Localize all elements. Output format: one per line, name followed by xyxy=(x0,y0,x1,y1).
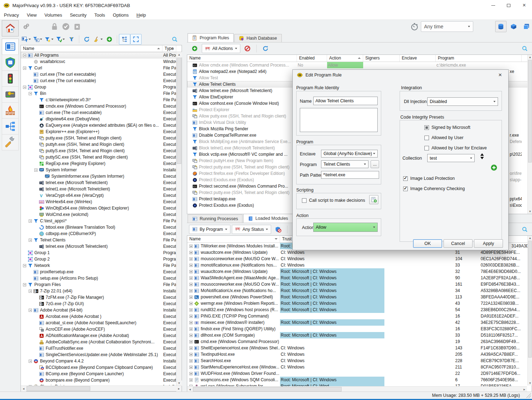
tree-row[interactable]: BComp.exe (Beyond Compare Launcher)Execu… xyxy=(21,371,176,377)
expand-icon[interactable] xyxy=(189,340,193,343)
nav-volumes[interactable] xyxy=(2,86,19,103)
tree-row[interactable]: Beyond Compare 4.4.2Installation xyxy=(21,358,176,364)
protection-filter-button[interactable] xyxy=(273,224,284,235)
nav-firewall[interactable] xyxy=(2,102,19,119)
expand-icon[interactable] xyxy=(189,334,193,337)
tree-row[interactable]: 7z7zFM.exe (7-Zip File Manager)Executabl… xyxy=(21,294,176,301)
view-panels-button[interactable] xyxy=(521,21,532,32)
close-button[interactable]: × xyxy=(516,0,532,11)
tree-row[interactable]: WolCmd.exe (wolcmd)Executable xyxy=(21,211,176,218)
column-header-action[interactable]: Action xyxy=(327,55,363,62)
rules-vertical-scrollbar[interactable]: ▲ ▼ xyxy=(527,55,532,214)
browse-program-button[interactable]: ... xyxy=(371,160,379,168)
menu-help[interactable]: Help xyxy=(133,11,150,20)
add-rule-button[interactable] xyxy=(189,43,200,54)
rule-name-input[interactable] xyxy=(313,97,378,105)
process-row[interactable]: rundll32.exe (Windows host process (R...… xyxy=(187,307,528,313)
process-row[interactable]: WUDFHost.exe (Windows Driver Found...222… xyxy=(187,370,528,377)
tree-row[interactable]: Group 2Program Group xyxy=(21,256,176,262)
refresh-tree-button[interactable] xyxy=(81,34,92,45)
tree-row[interactable]: System InformerInstallation xyxy=(21,167,176,173)
edit-script-button[interactable] xyxy=(369,195,378,204)
tree-row[interactable]: proxifiersetup.exeExecutable xyxy=(21,269,176,275)
rule-row[interactable]: C:\Allow cmdx.exe (Windows Command Proce… xyxy=(187,62,528,68)
scrollbar-thumb[interactable] xyxy=(27,386,90,391)
rules-tab-hash-database[interactable]: Hash Database xyxy=(234,34,281,42)
modules-vertical-scrollbar[interactable]: ▲ ▼ xyxy=(527,236,532,385)
tree-row[interactable]: HEXWinHex64.exe (WinHex)Executable xyxy=(21,199,176,205)
tree-row[interactable]: curl.exe (The curl executable)Executable xyxy=(21,109,176,116)
scroll-right-arrow[interactable]: ► xyxy=(176,386,182,392)
dll-injection-combo[interactable]: Disabled xyxy=(427,97,498,106)
minimize-button[interactable] xyxy=(485,0,501,11)
search-icon[interactable] xyxy=(522,226,528,232)
column-header-type[interactable]: Type xyxy=(162,45,176,52)
checkbox-image-load-protection[interactable]: Image Load Protection xyxy=(403,176,455,181)
expand-icon[interactable] xyxy=(189,353,193,356)
tree-row[interactable]: RegExp.exe (Registry Explorer)Executable xyxy=(21,160,176,167)
modules-horizontal-scrollbar[interactable]: ◄ ► xyxy=(187,386,527,392)
nav-network[interactable] xyxy=(2,118,19,135)
rule-description-input[interactable] xyxy=(300,108,378,132)
process-row[interactable]: msiexec.exe (Windows® installer)Root: Mi… xyxy=(187,319,528,326)
search-icon[interactable] xyxy=(172,36,178,42)
tree-row[interactable]: telnet.exe (Microsoft Telnetclient)Execu… xyxy=(21,243,176,250)
tree-row[interactable]: cdbxpp.exe (CDBurnerXP)Executable xyxy=(21,230,176,237)
process-row[interactable]: mousocoreworker.exe (MoUSO Core W...CI: … xyxy=(187,256,528,262)
tree-row[interactable]: AcroCEF.exe (Adobe AcroCEF)Executable xyxy=(21,326,176,332)
tree-row[interactable]: curl.exe (The curl executable)Executable xyxy=(21,71,176,78)
collection-combo[interactable]: test xyxy=(427,154,475,162)
highlight-filter-button[interactable] xyxy=(43,34,55,45)
tree-row[interactable]: 7z7zG.exe (7-Zip GUI)Executable xyxy=(21,301,176,307)
process-row[interactable]: C:\cmd.exe (Windows Command Processor)19… xyxy=(187,338,528,345)
lock-button[interactable] xyxy=(49,21,60,32)
maximize-button[interactable] xyxy=(501,0,516,11)
tree-row[interactable]: C:\cmdx.exe (Windows Command Processor)E… xyxy=(21,103,176,109)
scrollbar-thumb[interactable] xyxy=(177,58,181,164)
tree-row[interactable]: VVeraCrypt-x64.exe (VeraCrypt)Executable xyxy=(21,192,176,199)
tree-row[interactable]: puttyh.exe (SSH, Telnet and Rlogin clien… xyxy=(21,141,176,148)
column-header-program[interactable]: Program xyxy=(436,55,522,62)
apply-filter-button[interactable] xyxy=(55,34,66,45)
tree-row[interactable]: bcompare.exe (Beyond Compare)Executable xyxy=(21,377,176,383)
tree-row[interactable]: CurlFile Path xyxy=(21,65,176,71)
resize-grip[interactable] xyxy=(526,393,531,398)
scrollbar-thumb[interactable] xyxy=(528,60,532,162)
program-view-button[interactable] xyxy=(21,34,32,45)
expand-icon[interactable] xyxy=(189,321,193,324)
tree-row[interactable]: acrobat_sl.exe (Adobe Acrobat SpeedLaunc… xyxy=(21,320,176,326)
column-header-enclave[interactable]: Enclave xyxy=(400,55,436,62)
tree-row[interactable]: putty.exe (SSH, Telnet and Rlogin client… xyxy=(21,135,176,141)
nav-tweaks[interactable] xyxy=(2,134,19,150)
expand-icon[interactable] xyxy=(189,264,193,267)
process-row[interactable]: wermgr.exe (Windows Problem Reporti...Ro… xyxy=(187,300,528,307)
expand-icon[interactable] xyxy=(189,347,193,350)
collapse-icon[interactable] xyxy=(29,360,32,363)
add-collection-button[interactable] xyxy=(490,164,498,172)
tree-row[interactable]: SingleClientServicesUpdater.exe (Adobe W… xyxy=(21,352,176,358)
menu-volumes[interactable]: Volumes xyxy=(41,11,66,20)
collapse-icon[interactable] xyxy=(29,239,32,242)
tree-view-button[interactable] xyxy=(119,34,130,45)
tree-row[interactable]: EaQuery.exe (Analyze extended attributes… xyxy=(21,122,176,128)
menu-view[interactable]: View xyxy=(23,11,41,20)
ok-button[interactable]: OK xyxy=(413,239,442,248)
cip-checkbox-signed-by-microsoft[interactable]: Signed by Microsoft xyxy=(424,125,470,130)
path-pattern-input[interactable] xyxy=(321,171,379,179)
scroll-up-arrow[interactable]: ▲ xyxy=(528,55,532,59)
rules-tab-program-rules[interactable]: Program Rules xyxy=(188,33,234,42)
tree-row[interactable]: Group 1Program Group xyxy=(21,250,176,256)
action-combo[interactable]: Allow xyxy=(313,223,378,232)
expand-all-button[interactable] xyxy=(130,34,142,45)
add-program-button[interactable] xyxy=(104,34,115,45)
menu-security[interactable]: Security xyxy=(66,11,90,20)
tree-row[interactable]: FullTrustNotifier.exeExecutable xyxy=(21,345,176,352)
scroll-left-arrow[interactable]: ◄ xyxy=(21,386,26,392)
expand-icon[interactable] xyxy=(189,251,193,254)
tree-row[interactable]: telnet1.exe (Microsoft Telnetclient)Exec… xyxy=(21,186,176,192)
scroll-down-arrow[interactable]: ▼ xyxy=(176,381,182,386)
group-by-combo[interactable]: By Program xyxy=(189,225,230,234)
tree-row[interactable]: Explorer++.exe (Explorer++)Executable xyxy=(21,128,176,135)
expand-icon[interactable] xyxy=(189,276,193,280)
tree-row[interactable]: puttyS.exe (SSH, Telnet and Rlogin clien… xyxy=(21,148,176,154)
